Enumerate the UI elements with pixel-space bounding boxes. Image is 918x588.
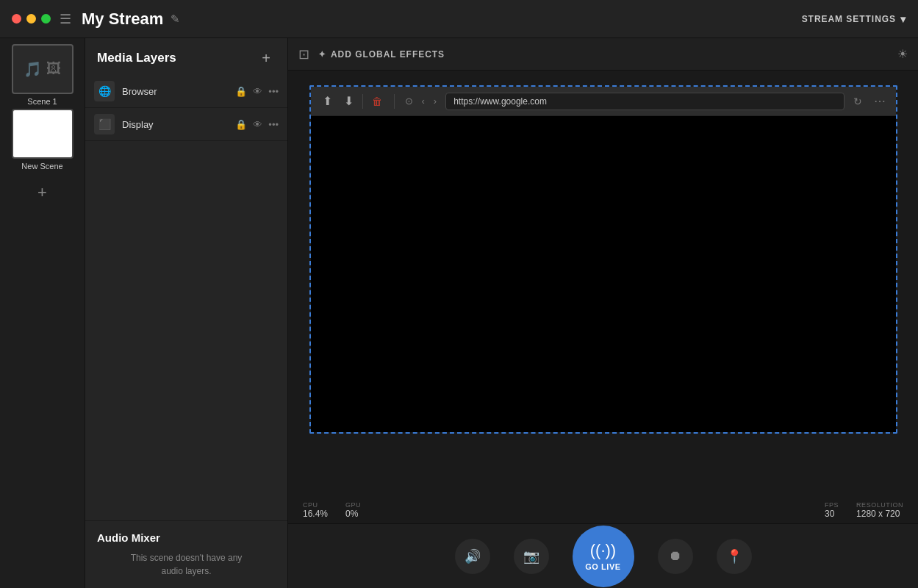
scene-thumbnail-scene1: 🎵 🖼 — [12, 44, 73, 94]
scene-label-scene1: Scene 1 — [27, 97, 57, 106]
browser-layer-name: Browser — [122, 86, 228, 97]
scene-icon-music: 🎵 — [24, 60, 42, 78]
browser-forward-icon[interactable]: › — [431, 93, 440, 110]
layers-title: Media Layers — [97, 51, 176, 65]
browser-eye-icon[interactable]: 👁 — [253, 86, 262, 97]
display-layer-name: Display — [122, 119, 228, 130]
browser-layer-actions: 🔒 👁 ••• — [235, 86, 279, 97]
browser-bar: ⬆ ⬇ 🗑 ⊙ ‹ › https://www.google.com ↻ — [311, 87, 896, 116]
delete-layer-icon[interactable]: 🗑 — [367, 93, 387, 110]
stats-bar: CPU 16.4% GPU 0% FPS 30 RESOLUTION 1280 … — [288, 497, 918, 523]
fps-value: 30 — [825, 509, 834, 519]
browser-more-icon[interactable]: ••• — [268, 86, 279, 97]
layer-up-icon[interactable]: ⬆ — [318, 91, 337, 111]
audio-mixer-section: Audio Mixer This scene doesn't have anya… — [85, 520, 287, 588]
preview-area: ⊡ ✦ ADD GLOBAL EFFECTS ☀ ⬆ ⬇ 🗑 — [288, 38, 918, 588]
camera-icon: 📷 — [523, 548, 539, 564]
browser-url-text: https://www.google.com — [453, 96, 547, 107]
audio-empty-message: This scene doesn't have anyaudio layers. — [97, 551, 276, 578]
display-layer-icon: ⬛ — [94, 114, 115, 135]
menu-icon[interactable]: ☰ — [60, 11, 71, 27]
browser-nav-icons: ⊙ ‹ › — [402, 93, 440, 110]
layers-header: Media Layers + — [85, 38, 287, 75]
go-live-label: GO LIVE — [585, 562, 620, 571]
bottom-bar: 🔊 📷 ((·)) GO LIVE ⏺ 📍 — [288, 523, 918, 588]
display-layer-actions: 🔒 👁 ••• — [235, 119, 279, 130]
scene-label-new-scene: New Scene — [21, 162, 62, 171]
browser-layer-icon: 🌐 — [94, 81, 115, 101]
cpu-label: CPU — [303, 501, 318, 509]
cpu-stat: CPU 16.4% — [303, 501, 328, 519]
go-live-radio-icon: ((·)) — [590, 541, 616, 560]
browser-reload-icon[interactable]: ↻ — [850, 93, 865, 110]
mute-button[interactable]: 🔊 — [455, 539, 490, 574]
traffic-lights — [12, 14, 51, 24]
brightness-icon[interactable]: ☀ — [897, 47, 908, 61]
gpu-stat: GPU 0% — [345, 501, 361, 519]
scene-thumb-icons: 🎵 🖼 — [24, 60, 61, 78]
browser-lock-icon[interactable]: 🔒 — [235, 86, 247, 97]
scene-item-new-scene[interactable]: New Scene — [7, 109, 78, 171]
scene-icon-image: 🖼 — [46, 60, 61, 78]
browser-more-icon[interactable]: ⋯ — [871, 91, 889, 111]
add-layer-icon: + — [262, 50, 270, 67]
camera-button[interactable]: 📷 — [514, 539, 549, 574]
fps-stat: FPS 30 — [825, 501, 839, 519]
gpu-value: 0% — [345, 509, 358, 519]
browser-url-bar[interactable]: https://www.google.com — [445, 93, 844, 110]
canvas-container: ⬆ ⬇ 🗑 ⊙ ‹ › https://www.google.com ↻ — [288, 71, 918, 497]
gpu-label: GPU — [345, 501, 361, 509]
layer-frame-actions: ⬆ ⬇ 🗑 — [318, 91, 387, 111]
audio-mixer-title: Audio Mixer — [97, 531, 276, 544]
scenes-sidebar: 🎵 🖼 Scene 1 New Scene + — [0, 38, 85, 588]
mute-icon: 🔊 — [465, 548, 481, 564]
effects-wand-icon: ✦ — [318, 49, 326, 60]
browser-back-icon[interactable]: ‹ — [419, 93, 428, 110]
browser-frame: ⬆ ⬇ 🗑 ⊙ ‹ › https://www.google.com ↻ — [309, 85, 897, 434]
close-button[interactable] — [12, 14, 21, 24]
maximize-button[interactable] — [41, 14, 51, 24]
chevron-down-icon: ▾ — [900, 13, 906, 25]
add-layer-button[interactable]: + — [257, 49, 276, 68]
preview-toolbar: ⊡ ✦ ADD GLOBAL EFFECTS ☀ — [288, 38, 918, 71]
display-eye-icon[interactable]: 👁 — [253, 119, 262, 130]
record-button[interactable]: ⏺ — [658, 539, 693, 574]
layer-item-browser[interactable]: 🌐 Browser 🔒 👁 ••• — [85, 75, 287, 108]
add-scene-button[interactable]: + — [12, 179, 73, 206]
cpu-value: 16.4% — [303, 509, 328, 519]
separator — [362, 94, 363, 109]
minimize-button[interactable] — [26, 14, 36, 24]
main-layout: 🎵 🖼 Scene 1 New Scene + Media Layers + — [0, 38, 918, 588]
display-more-icon[interactable]: ••• — [268, 119, 279, 130]
separator2 — [394, 94, 395, 109]
layout-icon[interactable]: ⊡ — [298, 46, 309, 62]
browser-stop-icon[interactable]: ⊙ — [402, 93, 416, 110]
effects-label: ADD GLOBAL EFFECTS — [331, 49, 445, 60]
webcam-button[interactable]: 📍 — [717, 539, 752, 574]
scene-thumbnail-new-scene — [12, 109, 73, 159]
scene-item-scene1[interactable]: 🎵 🖼 Scene 1 — [7, 44, 78, 106]
stream-settings-button[interactable]: STREAM SETTINGS ▾ — [802, 13, 906, 25]
resolution-label: RESOLUTION — [856, 501, 903, 509]
add-global-effects-button[interactable]: ✦ ADD GLOBAL EFFECTS — [318, 49, 445, 60]
layers-panel: Media Layers + 🌐 Browser 🔒 👁 ••• ⬛ Displ… — [85, 38, 288, 588]
layer-item-display[interactable]: ⬛ Display 🔒 👁 ••• — [85, 108, 287, 141]
resolution-stat: RESOLUTION 1280 x 720 — [856, 501, 903, 519]
go-live-button[interactable]: ((·)) GO LIVE — [573, 526, 634, 587]
layer-down-icon[interactable]: ⬇ — [340, 91, 358, 111]
fps-label: FPS — [825, 501, 839, 509]
plus-icon: + — [37, 183, 47, 202]
record-icon: ⏺ — [669, 548, 682, 564]
resolution-value: 1280 x 720 — [856, 509, 900, 519]
display-lock-icon[interactable]: 🔒 — [235, 119, 247, 130]
stats-right: FPS 30 RESOLUTION 1280 x 720 — [825, 501, 903, 519]
stream-title: My Stream — [82, 10, 163, 29]
webcam-icon: 📍 — [726, 548, 742, 564]
browser-canvas — [311, 116, 896, 432]
titlebar: ☰ My Stream ✎ STREAM SETTINGS ▾ — [0, 0, 918, 38]
edit-title-icon[interactable]: ✎ — [171, 12, 180, 26]
